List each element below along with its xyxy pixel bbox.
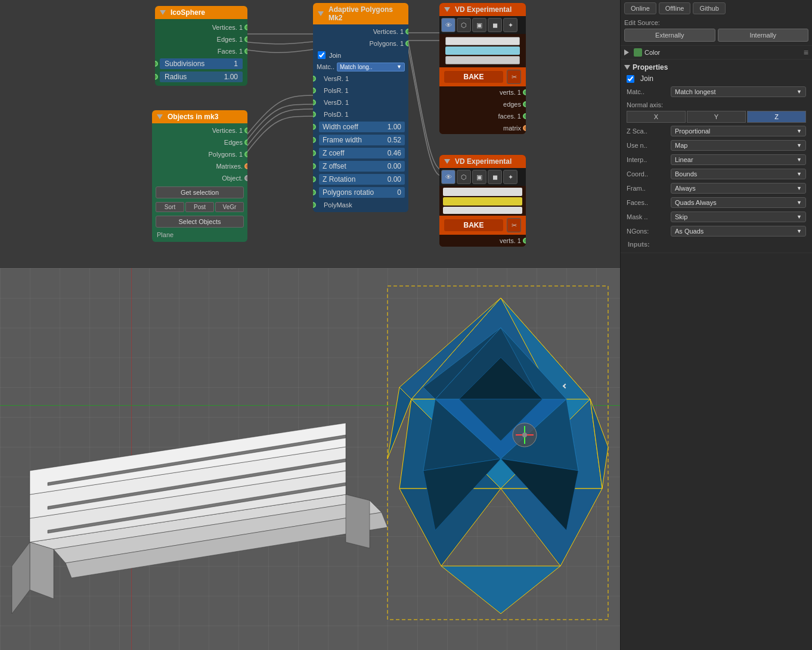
axis-x-button[interactable]: X <box>627 111 686 123</box>
subdivisions-slider[interactable]: Subdivisions 1 <box>160 58 243 69</box>
props-join-row: Join <box>624 73 808 85</box>
z-offset-slider[interactable]: Z offset 0.00 <box>319 161 405 172</box>
frame-width-socket[interactable] <box>313 137 316 143</box>
z-coeff-socket[interactable] <box>313 150 316 156</box>
vd-top-collapse-icon[interactable] <box>444 7 450 12</box>
frame-width-slider[interactable]: Frame width 0.52 <box>319 135 405 145</box>
vd-bottom-extra-icon[interactable]: ✦ <box>503 170 517 184</box>
objects-mk3-title: Objects in mk3 <box>168 113 218 121</box>
objects-collapse-icon[interactable] <box>157 114 163 119</box>
properties-collapse-icon[interactable] <box>624 65 630 70</box>
vd-top-edges-icon[interactable]: ▣ <box>472 18 486 32</box>
width-coeff-slider[interactable]: Width coeff 1.00 <box>319 122 405 132</box>
vd-top-bake-icon[interactable]: ✂ <box>507 70 521 84</box>
online-button[interactable]: Online <box>624 2 656 14</box>
vd-bottom-verts-icon[interactable]: ⬡ <box>457 170 471 184</box>
adaptive-vertices-out-socket[interactable] <box>405 29 408 35</box>
offline-button[interactable]: Offline <box>659 2 691 14</box>
frame-width-row: Frame width 0.52 <box>313 133 408 147</box>
faces-socket[interactable] <box>244 48 247 54</box>
adaptive-vertices-out-label: Vertices. 1 <box>318 28 404 35</box>
svg-point-38 <box>522 433 527 437</box>
axis-z-button[interactable]: Z <box>747 111 806 123</box>
radius-slider[interactable]: Radius 1.00 <box>160 71 243 82</box>
ngons-value: As Quads <box>675 228 703 235</box>
polygons-rotation-slider[interactable]: Polygons rotatio 0 <box>319 187 405 198</box>
props-join-checkbox[interactable] <box>627 75 634 83</box>
vd-top-faces-socket[interactable] <box>523 113 526 119</box>
subdivisions-input-socket[interactable] <box>155 61 158 67</box>
color-tree-item[interactable]: Color ≡ <box>621 45 812 60</box>
github-button[interactable]: Github <box>693 2 725 14</box>
objects-object-socket[interactable] <box>244 175 247 181</box>
vd-top-verts-icon[interactable]: ⬡ <box>457 18 471 32</box>
plane-label: Plane <box>152 230 247 241</box>
post-button[interactable]: Post <box>185 202 214 212</box>
width-coeff-socket[interactable] <box>313 124 316 130</box>
vd-bottom-verts-socket[interactable] <box>523 238 526 244</box>
vd-bottom-eye-icon[interactable]: 👁 <box>441 170 455 184</box>
mask-dropdown[interactable]: Skip ▼ <box>671 212 806 222</box>
vd-bottom-faces-icon[interactable]: ◼ <box>488 170 502 184</box>
faces-dropdown[interactable]: Quads Always ▼ <box>671 197 806 208</box>
z-coeff-slider[interactable]: Z coeff 0.46 <box>319 148 405 158</box>
ngons-dropdown[interactable]: As Quads ▼ <box>671 226 806 237</box>
blue-geometric-object <box>382 280 620 637</box>
versd-socket[interactable] <box>313 99 316 105</box>
axis-y-button[interactable]: Y <box>687 111 746 123</box>
polsd-label: PolsD. 1 <box>318 111 349 118</box>
polsr-socket[interactable] <box>313 88 316 94</box>
radius-input-socket[interactable] <box>155 74 158 80</box>
sort-button[interactable]: Sort <box>156 202 184 212</box>
internally-button[interactable]: Internally <box>718 29 809 42</box>
vd-top-eye-icon[interactable]: 👁 <box>441 18 455 32</box>
use-n-dropdown[interactable]: Map ▼ <box>671 140 806 151</box>
polymask-row: PolyMask <box>313 199 408 211</box>
match-dropdown[interactable]: Match long.. ▼ <box>337 63 405 71</box>
z-scale-dropdown[interactable]: Proportional ▼ <box>671 126 806 136</box>
coord-dropdown[interactable]: Bounds ▼ <box>671 169 806 179</box>
interp-dropdown[interactable]: Linear ▼ <box>671 154 806 165</box>
vd-bottom-bake-button[interactable]: BAKE <box>444 219 503 231</box>
polygons-rotation-socket[interactable] <box>313 189 316 195</box>
objects-matrixes-socket[interactable] <box>244 163 247 169</box>
vd-bottom-collapse-icon[interactable] <box>444 159 450 164</box>
objects-polygons-socket[interactable] <box>244 151 247 157</box>
viewport-3d[interactable] <box>0 268 620 650</box>
objects-edges-socket[interactable] <box>244 139 247 145</box>
vegr-button[interactable]: VeGr <box>215 202 244 212</box>
vd-bottom-bake-icon[interactable]: ✂ <box>507 218 521 232</box>
versr-socket[interactable] <box>313 76 316 82</box>
select-objects-button[interactable]: Select Objects <box>156 216 244 228</box>
frame-dropdown[interactable]: Always ▼ <box>671 183 806 194</box>
externally-button[interactable]: Externally <box>624 29 715 42</box>
polsd-socket[interactable] <box>313 111 316 117</box>
radius-label: Radius <box>165 73 187 81</box>
z-offset-label: Z offset <box>323 162 346 170</box>
edges-socket[interactable] <box>244 36 247 42</box>
vd-top-bake-button[interactable]: BAKE <box>444 71 503 83</box>
z-rotation-socket[interactable] <box>313 176 316 182</box>
polymask-socket[interactable] <box>313 202 316 208</box>
vd-top-edges-out: edges <box>439 98 526 110</box>
vertices-socket[interactable] <box>244 24 247 30</box>
z-offset-socket[interactable] <box>313 163 316 169</box>
vd-top-matrix-socket[interactable] <box>523 125 526 131</box>
objects-vertices-socket[interactable] <box>244 127 247 133</box>
z-rotation-slider[interactable]: Z Rotation 0.00 <box>319 174 405 185</box>
adaptive-collapse-icon[interactable] <box>318 11 324 16</box>
vd-top-verts-socket[interactable] <box>523 89 526 95</box>
vd-top-faces-icon[interactable]: ◼ <box>488 18 502 32</box>
vd-bottom-edges-icon[interactable]: ▣ <box>472 170 486 184</box>
props-match-dropdown[interactable]: Match longest ▼ <box>671 86 806 97</box>
objects-matrixes-label: Matrixes. <box>157 163 243 170</box>
vd-top-edges-socket[interactable] <box>523 101 526 107</box>
objects-polygons-label: Polygons. 1 <box>157 151 243 158</box>
collapse-icon[interactable] <box>160 10 166 15</box>
adaptive-polygons-out-socket[interactable] <box>405 41 408 46</box>
vd-top-extra-icon[interactable]: ✦ <box>503 18 517 32</box>
normal-axis-section: Normal axis: X Y Z <box>624 99 808 124</box>
get-selection-button[interactable]: Get selection <box>156 186 244 198</box>
frame-label: Fram.. <box>627 185 668 192</box>
join-checkbox[interactable] <box>318 51 326 59</box>
